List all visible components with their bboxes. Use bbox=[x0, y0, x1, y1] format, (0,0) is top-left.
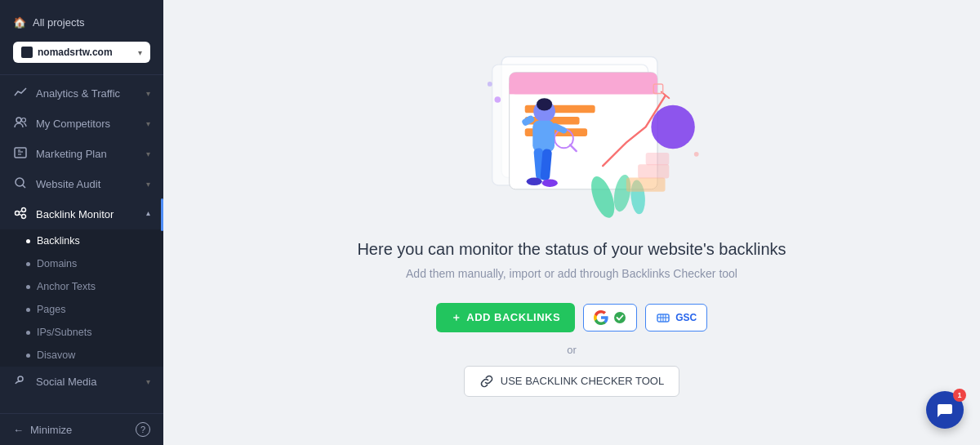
competitors-icon bbox=[13, 116, 28, 131]
illustration-wrapper bbox=[416, 49, 727, 220]
help-button[interactable]: ? bbox=[136, 422, 150, 437]
analytics-chevron: ▾ bbox=[146, 89, 150, 98]
svg-rect-35 bbox=[532, 120, 555, 151]
main-subtitle: Add them manually, import or add through… bbox=[406, 267, 737, 280]
analytics-icon bbox=[13, 86, 28, 101]
pages-dot bbox=[26, 308, 30, 312]
checker-btn-label: USE BACKLINK CHECKER TOOL bbox=[501, 375, 664, 387]
svg-point-43 bbox=[488, 82, 492, 87]
svg-line-11 bbox=[19, 211, 22, 212]
sub-nav-domains[interactable]: Domains bbox=[0, 252, 163, 275]
checkmark-icon bbox=[613, 311, 626, 324]
svg-point-0 bbox=[16, 118, 21, 122]
main-content: Here you can monitor the status of your … bbox=[163, 0, 980, 445]
sub-nav-ips[interactable]: IPs/Subnets bbox=[0, 321, 163, 344]
marketing-icon bbox=[13, 146, 28, 162]
audit-label: Website Audit bbox=[36, 178, 138, 190]
backlink-submenu: Backlinks Domains Anchor Texts Pages IPs… bbox=[0, 229, 163, 367]
anchor-texts-dot bbox=[26, 285, 30, 289]
svg-rect-31 bbox=[638, 164, 669, 178]
backlink-chevron: ▾ bbox=[146, 210, 150, 219]
gsc-button[interactable]: GSC bbox=[645, 304, 707, 332]
sidebar-item-competitors[interactable]: My Competitors ▾ bbox=[0, 109, 163, 139]
svg-rect-32 bbox=[646, 152, 670, 164]
add-backlinks-label: ADD BACKLINKS bbox=[466, 311, 560, 323]
sub-nav-backlinks[interactable]: Backlinks bbox=[0, 229, 163, 252]
svg-point-45 bbox=[614, 312, 626, 323]
sidebar-bottom: ← Minimize ? bbox=[0, 413, 163, 445]
google-import-button[interactable] bbox=[583, 304, 637, 332]
svg-point-40 bbox=[527, 177, 542, 185]
svg-line-12 bbox=[19, 214, 22, 216]
domains-label: Domains bbox=[37, 258, 77, 269]
ips-label: IPs/Subnets bbox=[37, 327, 91, 338]
plus-icon: ＋ bbox=[451, 310, 462, 325]
google-icon bbox=[594, 310, 608, 325]
audit-chevron: ▾ bbox=[146, 180, 150, 189]
svg-rect-30 bbox=[626, 177, 666, 191]
nav-section: Analytics & Traffic ▾ My Competitors ▾ M… bbox=[0, 75, 163, 400]
backlink-illustration bbox=[416, 49, 727, 220]
svg-point-42 bbox=[495, 96, 501, 103]
svg-point-10 bbox=[22, 215, 26, 219]
all-projects-label: All projects bbox=[33, 16, 85, 29]
sub-nav-pages[interactable]: Pages bbox=[0, 298, 163, 321]
project-selector-left: nomadsrtw.com bbox=[21, 47, 113, 58]
home-icon: 🏠 bbox=[13, 16, 26, 29]
audit-icon bbox=[13, 176, 28, 192]
marketing-chevron: ▾ bbox=[146, 149, 150, 158]
or-divider-text: or bbox=[567, 344, 577, 356]
use-checker-button[interactable]: USE BACKLINK CHECKER TOOL bbox=[464, 366, 679, 397]
sidebar-item-audit[interactable]: Website Audit ▾ bbox=[0, 169, 163, 199]
pages-label: Pages bbox=[37, 304, 65, 315]
svg-point-8 bbox=[16, 211, 20, 216]
gsc-label: GSC bbox=[675, 312, 697, 323]
action-row: ＋ ADD BACKLINKS bbox=[436, 303, 707, 332]
project-dropdown-chevron: ▾ bbox=[138, 48, 142, 57]
sidebar-item-backlink[interactable]: Backlink Monitor ▾ bbox=[0, 199, 163, 229]
svg-rect-2 bbox=[15, 148, 26, 158]
svg-point-44 bbox=[694, 152, 699, 157]
minimize-button[interactable]: ← Minimize bbox=[13, 424, 72, 436]
minimize-label: Minimize bbox=[30, 424, 72, 436]
chat-icon bbox=[936, 401, 954, 419]
competitors-label: My Competitors bbox=[36, 118, 138, 130]
svg-rect-18 bbox=[510, 83, 657, 94]
svg-point-9 bbox=[22, 208, 26, 212]
sidebar-top: 🏠 All projects nomadsrtw.com ▾ bbox=[0, 0, 163, 75]
sub-nav-disavow[interactable]: Disavow bbox=[0, 344, 163, 367]
project-name: nomadsrtw.com bbox=[38, 47, 113, 58]
anchor-texts-label: Anchor Texts bbox=[37, 281, 96, 292]
sidebar-item-analytics[interactable]: Analytics & Traffic ▾ bbox=[0, 78, 163, 109]
gsc-icon bbox=[656, 310, 670, 325]
marketing-label: Marketing Plan bbox=[36, 148, 138, 160]
domains-dot bbox=[26, 262, 30, 266]
analytics-label: Analytics & Traffic bbox=[36, 87, 138, 100]
social-label: Social Media bbox=[36, 376, 138, 388]
project-selector[interactable]: nomadsrtw.com ▾ bbox=[13, 42, 150, 63]
svg-point-34 bbox=[537, 98, 552, 110]
disavow-dot bbox=[26, 354, 30, 358]
ips-dot bbox=[26, 331, 30, 335]
chat-badge: 1 bbox=[953, 389, 966, 402]
backlink-icon bbox=[13, 207, 28, 222]
add-backlinks-button[interactable]: ＋ ADD BACKLINKS bbox=[436, 303, 575, 332]
backlinks-label: Backlinks bbox=[37, 235, 80, 247]
minimize-arrow-icon: ← bbox=[13, 424, 24, 436]
chat-bubble[interactable]: 1 bbox=[926, 391, 964, 429]
svg-point-41 bbox=[542, 179, 558, 187]
svg-point-24 bbox=[651, 105, 694, 148]
project-favicon bbox=[21, 47, 33, 58]
backlink-label: Backlink Monitor bbox=[36, 208, 138, 220]
backlinks-dot bbox=[26, 239, 30, 243]
sidebar-item-social[interactable]: Social Media ▾ bbox=[0, 367, 163, 397]
sidebar-item-marketing[interactable]: Marketing Plan ▾ bbox=[0, 139, 163, 169]
sub-nav-anchor-texts[interactable]: Anchor Texts bbox=[0, 275, 163, 298]
main-title: Here you can monitor the status of your … bbox=[357, 240, 786, 259]
sidebar: 🏠 All projects nomadsrtw.com ▾ Analytics… bbox=[0, 0, 163, 445]
all-projects-link[interactable]: 🏠 All projects bbox=[13, 11, 150, 33]
disavow-label: Disavow bbox=[37, 349, 75, 361]
svg-line-7 bbox=[23, 185, 26, 189]
social-icon bbox=[13, 374, 28, 389]
competitors-chevron: ▾ bbox=[146, 119, 150, 128]
